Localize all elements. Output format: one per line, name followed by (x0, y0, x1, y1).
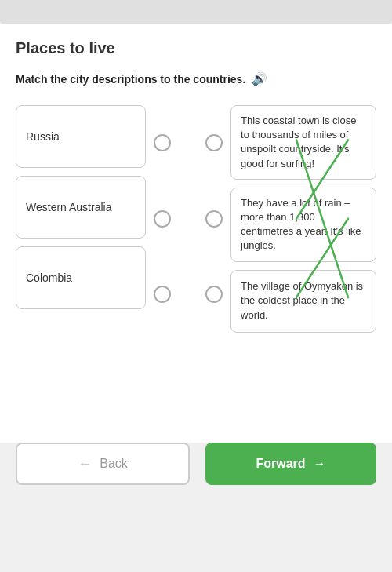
circle-left-2[interactable] (154, 210, 171, 228)
bottom-nav: ← Back Forward → (0, 443, 392, 508)
instructions: Match the city descriptions to the count… (16, 71, 376, 86)
instructions-text: Match the city descriptions to the count… (16, 73, 245, 86)
speaker-icon[interactable]: 🔊 (252, 71, 267, 86)
circle-left-3[interactable] (154, 286, 171, 303)
circles-right (205, 105, 223, 333)
back-button[interactable]: ← Back (16, 443, 190, 485)
forward-button[interactable]: Forward → (205, 443, 376, 485)
forward-label: Forward (256, 457, 305, 471)
right-item-desc2[interactable]: They have a lot of rain – more than 1,30… (230, 188, 376, 262)
left-column: Russia Western Australia Colombia (16, 105, 146, 333)
left-item-western-australia[interactable]: Western Australia (16, 176, 146, 239)
matching-area: Russia Western Australia Colombia (16, 105, 376, 333)
circle-right-1[interactable] (205, 134, 223, 151)
left-item-colombia[interactable]: Colombia (16, 246, 146, 309)
connectors (146, 105, 230, 333)
main-content: Places to live Match the city descriptio… (0, 24, 392, 443)
back-label: Back (100, 457, 128, 471)
forward-arrow-icon: → (314, 457, 326, 471)
right-column: This coastal town is close to thousands … (230, 105, 376, 333)
right-item-desc3[interactable]: The village of Oymyakon is the coldest p… (230, 270, 376, 333)
circle-right-2[interactable] (205, 210, 223, 228)
circle-left-1[interactable] (154, 134, 171, 151)
top-bar (0, 0, 392, 24)
page-title: Places to live (16, 39, 376, 57)
right-item-desc1[interactable]: This coastal town is close to thousands … (230, 105, 376, 180)
footer-space (0, 508, 392, 572)
circles-left (154, 105, 171, 333)
back-arrow-icon: ← (78, 456, 92, 472)
circle-right-3[interactable] (205, 286, 223, 303)
left-item-russia[interactable]: Russia (16, 105, 146, 168)
